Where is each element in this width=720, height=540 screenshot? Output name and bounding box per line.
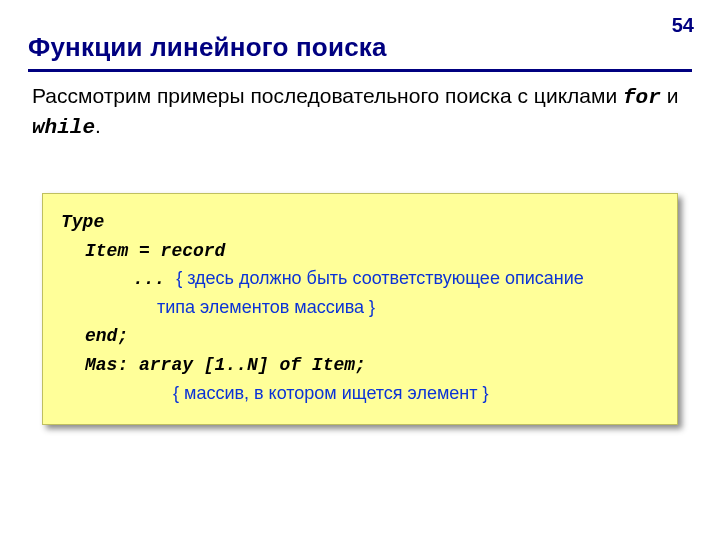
keyword-for: for [623,86,661,109]
code-comment-1a: { здесь должно быть соответствующее опис… [176,268,584,288]
page-number: 54 [672,14,694,37]
code-box: Type Item = record ... { здесь должно бы… [42,193,678,425]
code-line-5: end; [61,322,659,351]
code-line-1: Type [61,208,659,237]
code-block: Type Item = record ... { здесь должно бы… [42,193,678,425]
code-line-3: ... { здесь должно быть соответствующее … [61,265,659,294]
code-kw-mas: Mas: array [1..N] of Item; [85,355,366,375]
intro-sep: и [661,84,679,107]
code-line-2: Item = record [61,237,659,266]
code-line-6: Mas: array [1..N] of Item; [61,351,659,380]
code-kw-type: Type [61,212,104,232]
code-kw-end: end; [85,326,128,346]
intro-tail: . [95,114,101,137]
intro-text-1: Рассмотрим примеры последовательного пои… [32,84,623,107]
intro-paragraph: Рассмотрим примеры последовательного пои… [28,82,692,143]
slide: 54 Функции линейного поиска Рассмотрим п… [0,0,720,540]
slide-title: Функции линейного поиска [28,32,692,63]
code-ellipsis: ... [133,269,176,289]
code-line-7: { массив, в котором ищется элемент } [61,380,659,408]
keyword-while: while [32,116,95,139]
title-rule [28,69,692,72]
code-comment-1b: типа элементов массива } [157,297,375,317]
code-comment-2: { массив, в котором ищется элемент } [173,383,488,403]
code-kw-item: Item = record [85,241,225,261]
code-line-4: типа элементов массива } [61,294,659,322]
